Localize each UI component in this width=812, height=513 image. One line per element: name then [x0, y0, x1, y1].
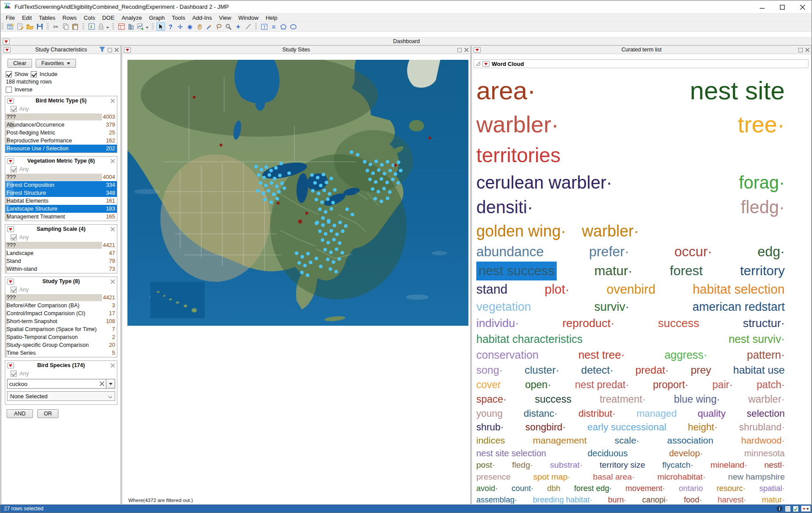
- word-cloud-term[interactable]: song·: [476, 363, 503, 378]
- word-cloud-term[interactable]: burn·: [608, 495, 627, 504]
- study-site-dot[interactable]: [321, 223, 325, 227]
- open-script-icon[interactable]: [16, 22, 25, 31]
- study-site-dot[interactable]: [279, 162, 283, 165]
- word-cloud-term[interactable]: plot·: [545, 280, 569, 298]
- word-cloud-term[interactable]: habitat selection: [692, 280, 785, 298]
- filter-close-icon[interactable]: [111, 158, 115, 164]
- journal-icon[interactable]: [117, 22, 126, 31]
- study-site-dot[interactable]: [374, 160, 378, 163]
- data-table-icon[interactable]: $: [87, 22, 96, 31]
- study-site-dot[interactable]: [260, 168, 263, 171]
- word-cloud-term[interactable]: warbler·: [748, 392, 785, 407]
- word-cloud-term[interactable]: selection: [747, 407, 785, 420]
- study-site-dot[interactable]: [368, 178, 372, 181]
- filter-funnel-icon[interactable]: [99, 46, 105, 54]
- study-site-dot[interactable]: [337, 257, 341, 261]
- open-icon[interactable]: [25, 22, 34, 31]
- menu-item-doe[interactable]: DOE: [98, 14, 118, 22]
- or-button[interactable]: OR: [37, 409, 58, 418]
- study-site-dot[interactable]: [330, 229, 333, 233]
- study-site-dot[interactable]: [309, 261, 312, 264]
- study-site-dot[interactable]: [366, 169, 369, 172]
- study-site-dot[interactable]: [351, 213, 354, 216]
- study-site-dot[interactable]: [270, 181, 273, 185]
- filter-row[interactable]: Before/After Comparison (BA)3: [5, 302, 117, 309]
- study-site-dot[interactable]: [297, 261, 301, 265]
- filter-row[interactable]: Within-stand73: [5, 265, 117, 273]
- study-site-dot[interactable]: [318, 207, 322, 211]
- filter-row[interactable]: ???4004: [5, 173, 117, 181]
- filter-row[interactable]: Forest Composition334: [5, 181, 117, 189]
- menu-item-graph[interactable]: Graph: [145, 14, 168, 22]
- study-site-dot[interactable]: [265, 165, 268, 169]
- study-site-dot[interactable]: [269, 169, 273, 172]
- study-site-dot[interactable]: [326, 197, 330, 201]
- study-site-dot[interactable]: [377, 168, 381, 172]
- word-cloud-term[interactable]: matur·: [594, 262, 632, 280]
- and-button[interactable]: AND: [7, 409, 33, 418]
- word-cloud-term[interactable]: spatial·: [759, 483, 785, 495]
- study-site-dot[interactable]: [371, 171, 375, 175]
- any-checkbox[interactable]: [11, 166, 17, 172]
- species-combo-arrow[interactable]: [106, 379, 115, 389]
- menu-item-rows[interactable]: Rows: [59, 14, 80, 22]
- study-site-dot[interactable]: [262, 176, 266, 179]
- word-cloud-term[interactable]: patch·: [757, 378, 785, 392]
- word-cloud-term[interactable]: develop·: [669, 447, 703, 459]
- study-site-dot[interactable]: [277, 190, 281, 193]
- study-site-dot[interactable]: [280, 182, 284, 185]
- word-cloud-term[interactable]: indices: [476, 434, 505, 447]
- study-site-dot[interactable]: [300, 271, 304, 274]
- word-cloud-term[interactable]: proport·: [653, 378, 689, 392]
- word-cloud-term[interactable]: hardwood·: [741, 434, 785, 447]
- word-cloud-term[interactable]: vegetation: [476, 298, 531, 315]
- study-site-dot[interactable]: [335, 233, 339, 236]
- study-site-dot[interactable]: [274, 166, 278, 170]
- study-site-dot[interactable]: [283, 186, 286, 190]
- study-site-dot-red[interactable]: [193, 96, 196, 98]
- filter-close-icon[interactable]: [111, 279, 115, 285]
- filter-close-icon[interactable]: [111, 98, 115, 104]
- panel-close-icon[interactable]: [115, 48, 119, 52]
- word-cloud-term[interactable]: structur·: [743, 315, 785, 331]
- word-cloud-term[interactable]: success: [535, 392, 571, 407]
- lock-icon[interactable]: [97, 22, 105, 31]
- study-site-dot[interactable]: [386, 196, 389, 200]
- word-cloud-term[interactable]: substrat·: [550, 459, 583, 471]
- study-site-dot[interactable]: [267, 189, 270, 193]
- word-cloud-term[interactable]: nest surviv·: [729, 331, 785, 347]
- filter-row[interactable]: Stand79: [5, 257, 117, 265]
- study-site-dot[interactable]: [399, 169, 402, 172]
- filter-row[interactable]: ???4003: [5, 113, 117, 121]
- word-cloud-term[interactable]: nest site: [690, 73, 785, 109]
- annotate-icon[interactable]: T: [260, 22, 268, 31]
- word-cloud-term[interactable]: occur·: [674, 242, 712, 262]
- study-site-dot[interactable]: [388, 190, 392, 194]
- favorites-dropdown[interactable]: Favorites: [36, 59, 76, 68]
- word-cloud-term[interactable]: basal area·: [593, 471, 634, 483]
- word-cloud-term[interactable]: pattern·: [747, 347, 785, 363]
- study-site-dot[interactable]: [338, 221, 342, 224]
- study-site-dot-red[interactable]: [428, 137, 431, 139]
- word-cloud-term[interactable]: warbler·: [476, 109, 559, 141]
- any-checkbox[interactable]: [11, 371, 17, 377]
- study-site-dot[interactable]: [268, 173, 271, 177]
- filter-row[interactable]: Spatial Comparison (Space for Time)7: [5, 325, 117, 333]
- study-site-dot[interactable]: [329, 251, 333, 254]
- study-site-dot[interactable]: [269, 200, 273, 204]
- panel-close-icon[interactable]: [805, 48, 809, 52]
- study-site-dot[interactable]: [385, 181, 389, 184]
- word-cloud-term[interactable]: minnesota: [744, 447, 785, 459]
- study-site-dot[interactable]: [261, 192, 265, 195]
- study-site-dot[interactable]: [259, 181, 262, 185]
- menu-item-tools[interactable]: Tools: [168, 14, 188, 22]
- study-site-dot[interactable]: [323, 248, 327, 251]
- word-cloud-term[interactable]: open·: [525, 378, 551, 392]
- cut-icon[interactable]: ✂: [51, 22, 60, 31]
- layout-icon[interactable]: [127, 22, 135, 31]
- panel-maximize-icon[interactable]: [108, 48, 112, 52]
- word-cloud-term[interactable]: matur·: [762, 495, 785, 504]
- filter-row[interactable]: ???4421: [5, 241, 117, 249]
- word-cloud-term[interactable]: deciduous: [587, 447, 627, 459]
- study-site-dot[interactable]: [301, 255, 304, 258]
